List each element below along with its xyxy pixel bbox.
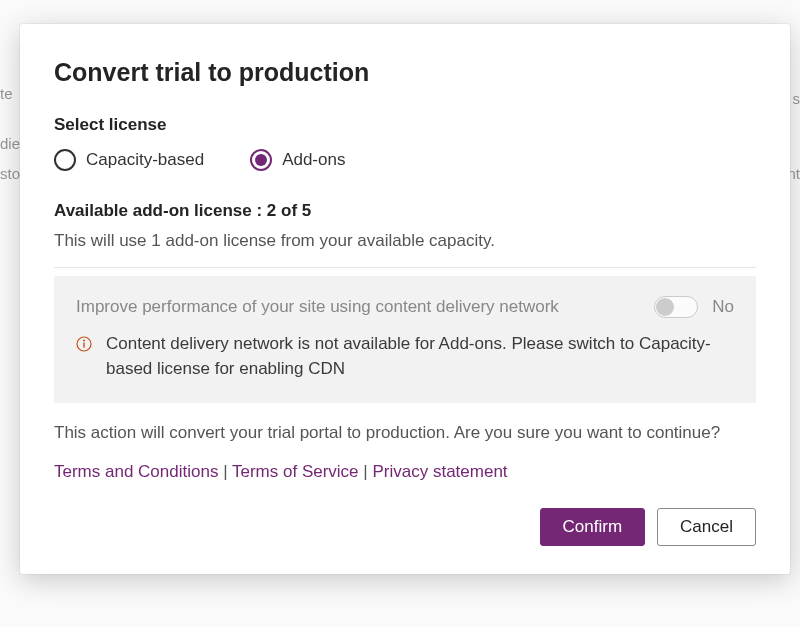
cdn-toggle[interactable] [654, 296, 698, 318]
bg-fragment: die [0, 135, 20, 152]
radio-dot-icon [255, 154, 267, 166]
cdn-toggle-group: No [654, 296, 734, 318]
modal-title: Convert trial to production [54, 58, 756, 87]
info-icon [76, 336, 92, 352]
available-license-label: Available add-on license : 2 of 5 [54, 201, 756, 221]
radio-circle-selected-icon [250, 149, 272, 171]
radio-circle-icon [54, 149, 76, 171]
svg-rect-2 [83, 343, 84, 348]
radio-addons[interactable]: Add-ons [250, 149, 345, 171]
radio-capacity-based[interactable]: Capacity-based [54, 149, 204, 171]
bg-fragment: te [0, 85, 13, 102]
cdn-toggle-label: No [712, 297, 734, 317]
select-license-label: Select license [54, 115, 756, 135]
radio-label: Add-ons [282, 150, 345, 170]
toggle-knob-icon [656, 298, 674, 316]
cdn-title: Improve performance of your site using c… [76, 297, 638, 317]
link-separator: | [359, 462, 373, 481]
dialog-buttons: Confirm Cancel [54, 508, 756, 546]
cdn-info-box: Improve performance of your site using c… [54, 276, 756, 403]
cancel-button[interactable]: Cancel [657, 508, 756, 546]
terms-and-conditions-link[interactable]: Terms and Conditions [54, 462, 218, 481]
convert-trial-modal: Convert trial to production Select licen… [20, 24, 790, 574]
radio-label: Capacity-based [86, 150, 204, 170]
confirm-button[interactable]: Confirm [540, 508, 646, 546]
confirm-question: This action will convert your trial port… [54, 421, 756, 446]
license-radio-group: Capacity-based Add-ons [54, 149, 756, 171]
privacy-statement-link[interactable]: Privacy statement [372, 462, 507, 481]
bg-fragment: sto [0, 165, 20, 182]
terms-of-service-link[interactable]: Terms of Service [232, 462, 359, 481]
cdn-header-row: Improve performance of your site using c… [76, 296, 734, 318]
cdn-message-row: Content delivery network is not availabl… [76, 332, 734, 381]
svg-point-1 [83, 340, 85, 342]
legal-links: Terms and Conditions | Terms of Service … [54, 462, 756, 482]
link-separator: | [218, 462, 232, 481]
cdn-message: Content delivery network is not availabl… [106, 332, 734, 381]
divider [54, 267, 756, 268]
license-helper-text: This will use 1 add-on license from your… [54, 231, 756, 251]
